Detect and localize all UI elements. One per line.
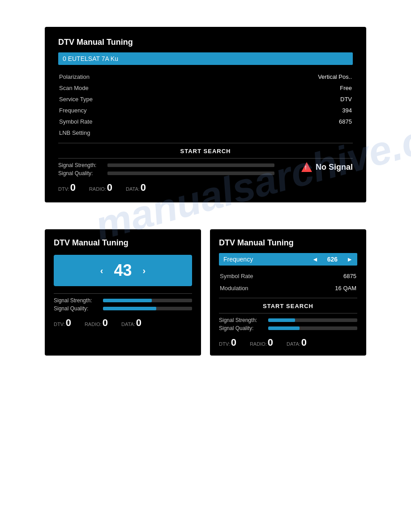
bottom-stats: DTV: 0 RADIO: 0 DATA: 0	[219, 337, 357, 348]
top-panel-title: DTV Manual Tuning	[58, 38, 353, 47]
dtv-label: DTV:	[58, 186, 69, 192]
dtv-label: DTV:	[54, 322, 65, 327]
table-row: LNB Setting	[58, 127, 353, 138]
radio-stat: RADIO: 0	[250, 337, 273, 348]
frequency-label: Frequency	[223, 256, 312, 263]
signal-quality-row: Signal Quality:	[58, 170, 274, 176]
channel-arrow-right[interactable]: ›	[143, 266, 146, 276]
data-stat: DATA: 0	[287, 337, 307, 348]
data-value: 0	[136, 317, 141, 329]
signal-strength-label: Signal Strength:	[219, 317, 268, 323]
lnb-setting-value	[130, 127, 353, 138]
table-row: Service Type DTV	[58, 94, 353, 105]
service-type-value: DTV	[130, 94, 353, 105]
modulation-label: Modulation	[219, 282, 302, 294]
data-label: DATA:	[126, 186, 140, 192]
bottom-panels: DTV Manual Tuning ‹ 43 › Signal Strength…	[45, 229, 366, 356]
table-row: Modulation 16 QAM	[219, 282, 357, 294]
dtv-stat: DTV: 0	[58, 182, 76, 193]
service-type-label: Service Type	[58, 94, 130, 105]
modulation-value: 16 QAM	[302, 282, 357, 294]
radio-value: 0	[107, 182, 112, 193]
bottom-left-panel: DTV Manual Tuning ‹ 43 › Signal Strength…	[45, 229, 201, 356]
radio-label: RADIO:	[85, 322, 102, 327]
data-value: 0	[141, 182, 146, 193]
frequency-label: Frequency	[58, 105, 130, 116]
signal-strength-bar	[107, 163, 274, 167]
dtv-value: 0	[70, 182, 76, 193]
right-settings-table: Symbol Rate 6875 Modulation 16 QAM	[219, 270, 357, 294]
symbol-rate-label: Symbol Rate	[58, 116, 130, 127]
page-wrapper: manualsarchive.com DTV Manual Tuning 0 E…	[0, 0, 411, 532]
scan-mode-value: Free	[130, 82, 353, 94]
dtv-value: 0	[66, 317, 71, 329]
bottom-stats: DTV: 0 RADIO: 0 DATA: 0	[58, 182, 274, 193]
bottom-right-panel: DTV Manual Tuning Frequency ◄ 626 ► Symb…	[210, 229, 366, 356]
signal-quality-row: Signal Quality:	[219, 325, 357, 331]
start-search-button[interactable]: START SEARCH	[219, 303, 357, 309]
divider	[54, 293, 192, 294]
signal-quality-row: Signal Quality:	[54, 305, 192, 312]
signal-quality-bar	[103, 307, 192, 310]
table-row: Frequency 394	[58, 105, 353, 116]
signal-strength-fill	[268, 318, 295, 322]
signal-quality-bar	[268, 326, 357, 330]
signal-quality-bar	[107, 172, 274, 175]
freq-arrow-right-icon[interactable]: ►	[347, 256, 353, 263]
selected-satellite[interactable]: 0 EUTELSAT 7A Ku	[58, 52, 353, 65]
divider	[219, 298, 357, 298]
signal-strength-label: Signal Strength:	[54, 297, 103, 304]
frequency-value: 394	[130, 105, 353, 116]
symbol-rate-value: 6875	[130, 116, 353, 127]
warning-icon	[301, 162, 312, 172]
signal-quality-label: Signal Quality:	[58, 170, 107, 176]
signal-quality-label: Signal Quality:	[219, 325, 268, 331]
signal-strength-bar	[103, 299, 192, 302]
radio-stat: RADIO: 0	[85, 317, 108, 329]
frequency-value: 626	[327, 256, 338, 263]
symbol-rate-value: 6875	[302, 270, 357, 282]
signal-quality-fill	[268, 326, 300, 330]
lnb-setting-label: LNB Setting	[58, 127, 130, 138]
radio-value: 0	[103, 317, 108, 329]
radio-stat: RADIO: 0	[89, 182, 112, 193]
polarization-label: Polarization	[58, 71, 130, 82]
data-label: DATA:	[121, 322, 135, 327]
bottom-stats: DTV: 0 RADIO: 0 DATA: 0	[54, 317, 192, 329]
data-stat: DATA: 0	[126, 182, 146, 193]
signal-strength-bar	[268, 318, 357, 322]
top-panel: DTV Manual Tuning 0 EUTELSAT 7A Ku Polar…	[45, 27, 366, 202]
signal-strength-row: Signal Strength:	[58, 162, 274, 168]
radio-value: 0	[268, 337, 273, 348]
channel-number: 43	[114, 261, 132, 280]
table-row: Scan Mode Free	[58, 82, 353, 94]
start-search-button[interactable]: START SEARCH	[58, 148, 353, 154]
data-stat: DATA: 0	[121, 317, 141, 329]
divider	[219, 313, 357, 313]
data-label: DATA:	[287, 341, 300, 347]
settings-table: Polarization Vertical Pos.. Scan Mode Fr…	[58, 71, 353, 138]
frequency-row[interactable]: Frequency ◄ 626 ►	[219, 253, 357, 266]
signal-strength-fill	[103, 299, 152, 302]
signal-strength-row: Signal Strength:	[219, 317, 357, 323]
dtv-value: 0	[231, 337, 236, 348]
divider	[58, 158, 353, 159]
signal-strength-label: Signal Strength:	[58, 162, 107, 168]
signal-quality-label: Signal Quality:	[54, 305, 103, 312]
no-signal-box: No Signal	[301, 162, 353, 172]
signal-strength-row: Signal Strength:	[54, 297, 192, 304]
freq-arrow-left-icon[interactable]: ◄	[312, 256, 318, 263]
dtv-label: DTV:	[219, 341, 230, 347]
data-value: 0	[301, 337, 307, 348]
symbol-rate-label: Symbol Rate	[219, 270, 302, 282]
channel-arrow-left[interactable]: ‹	[100, 266, 103, 276]
signal-quality-fill	[103, 307, 156, 310]
dtv-stat: DTV: 0	[219, 337, 236, 348]
bottom-right-title: DTV Manual Tuning	[219, 238, 357, 248]
channel-selector[interactable]: ‹ 43 ›	[54, 255, 192, 286]
scan-mode-label: Scan Mode	[58, 82, 130, 94]
polarization-value: Vertical Pos..	[130, 71, 353, 82]
table-row: Symbol Rate 6875	[219, 270, 357, 282]
signal-section: Signal Strength: Signal Quality: DTV: 0	[58, 162, 274, 193]
table-row: Polarization Vertical Pos..	[58, 71, 353, 82]
